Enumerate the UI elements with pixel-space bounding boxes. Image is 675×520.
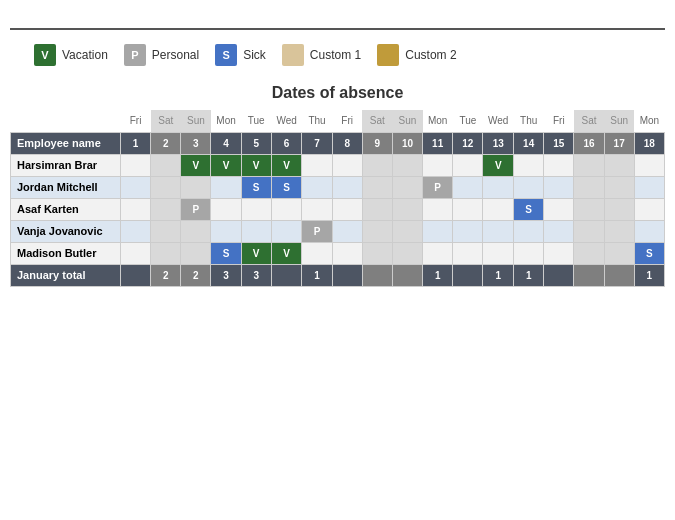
key-item-custom2: Custom 2 (377, 44, 456, 66)
emp-absence-cell-4: S (211, 242, 241, 264)
emp-absence-cell-11 (423, 198, 453, 220)
emp-absence-cell-6 (271, 220, 302, 242)
emp-absence-cell-7 (302, 242, 332, 264)
day-header-wed-12: Wed (483, 110, 514, 132)
day-header-thu-13: Thu (514, 110, 544, 132)
day-header-mon-3: Mon (211, 110, 241, 132)
emp-absence-cell-8 (332, 220, 362, 242)
emp-absence-cell-18 (634, 154, 664, 176)
emp-absence-cell-3 (181, 176, 211, 198)
january-total-label: January total (11, 264, 121, 286)
employee-row: Jordan MitchellSSP (11, 176, 665, 198)
day-header-sat-15: Sat (574, 110, 604, 132)
total-cell-15 (544, 264, 574, 286)
emp-absence-cell-1 (121, 198, 151, 220)
personal-label: Personal (152, 48, 199, 62)
emp-absence-cell-1 (121, 154, 151, 176)
total-cell-8 (332, 264, 362, 286)
day-header-fri-7: Fri (332, 110, 362, 132)
absence-key: V Vacation P Personal S Sick Custom 1 Cu… (10, 40, 665, 70)
emp-absence-cell-4 (211, 198, 241, 220)
schedule-table: FriSatSunMonTueWedThuFriSatSunMonTueWedT… (10, 110, 665, 287)
emp-absence-cell-18 (634, 176, 664, 198)
date-cell-16: 16 (574, 132, 604, 154)
emp-absence-cell-16 (574, 220, 604, 242)
emp-absence-cell-15 (544, 154, 574, 176)
emp-absence-cell-14 (514, 176, 544, 198)
day-header-sun-16: Sun (604, 110, 634, 132)
emp-absence-cell-12 (453, 220, 483, 242)
date-cell-10: 10 (392, 132, 422, 154)
custom2-label: Custom 2 (405, 48, 456, 62)
name-col-header (11, 110, 121, 132)
emp-absence-cell-5: S (241, 176, 271, 198)
emp-absence-cell-18 (634, 198, 664, 220)
total-cell-17 (604, 264, 634, 286)
emp-absence-cell-8 (332, 198, 362, 220)
emp-absence-cell-12 (453, 198, 483, 220)
emp-absence-cell-15 (544, 242, 574, 264)
day-header-sun-9: Sun (392, 110, 422, 132)
emp-absence-cell-4 (211, 220, 241, 242)
date-cell-8: 8 (332, 132, 362, 154)
employee-name-cell: Jordan Mitchell (11, 176, 121, 198)
day-header-sun-2: Sun (181, 110, 211, 132)
page: V Vacation P Personal S Sick Custom 1 Cu… (0, 0, 675, 520)
date-cell-13: 13 (483, 132, 514, 154)
date-cell-3: 3 (181, 132, 211, 154)
emp-absence-cell-12 (453, 154, 483, 176)
emp-absence-cell-1 (121, 220, 151, 242)
employee-name-header: Employee name (11, 132, 121, 154)
date-cell-5: 5 (241, 132, 271, 154)
emp-absence-cell-7 (302, 198, 332, 220)
emp-absence-cell-3 (181, 220, 211, 242)
date-row: Employee name123456789101112131415161718 (11, 132, 665, 154)
total-cell-4: 3 (211, 264, 241, 286)
key-item-personal: P Personal (124, 44, 199, 66)
custom1-badge (282, 44, 304, 66)
emp-absence-cell-17 (604, 220, 634, 242)
date-cell-6: 6 (271, 132, 302, 154)
employee-name-cell: Harsimran Brar (11, 154, 121, 176)
custom2-badge (377, 44, 399, 66)
date-cell-1: 1 (121, 132, 151, 154)
emp-absence-cell-3: P (181, 198, 211, 220)
key-item-custom1: Custom 1 (282, 44, 361, 66)
total-cell-2: 2 (151, 264, 181, 286)
emp-absence-cell-10 (392, 154, 422, 176)
emp-absence-cell-12 (453, 242, 483, 264)
day-header-tue-4: Tue (241, 110, 271, 132)
employee-row: Asaf KartenPS (11, 198, 665, 220)
emp-absence-cell-9 (362, 198, 392, 220)
employee-row: Vanja JovanovicP (11, 220, 665, 242)
emp-absence-cell-2 (151, 242, 181, 264)
date-cell-9: 9 (362, 132, 392, 154)
date-cell-18: 18 (634, 132, 664, 154)
total-cell-5: 3 (241, 264, 271, 286)
january-total-row: January total223311111 (11, 264, 665, 286)
emp-absence-cell-7: P (302, 220, 332, 242)
emp-absence-cell-13 (483, 220, 514, 242)
emp-absence-cell-15 (544, 220, 574, 242)
total-cell-12 (453, 264, 483, 286)
emp-absence-cell-17 (604, 176, 634, 198)
employee-row: Harsimran BrarVVVVV (11, 154, 665, 176)
total-cell-10 (392, 264, 422, 286)
day-header-mon-10: Mon (423, 110, 453, 132)
emp-absence-cell-6: V (271, 154, 302, 176)
emp-absence-cell-4: V (211, 154, 241, 176)
date-cell-7: 7 (302, 132, 332, 154)
emp-absence-cell-10 (392, 198, 422, 220)
key-item-sick: S Sick (215, 44, 266, 66)
vacation-badge: V (34, 44, 56, 66)
day-header-mon-17: Mon (634, 110, 664, 132)
total-cell-1 (121, 264, 151, 286)
emp-absence-cell-2 (151, 220, 181, 242)
employee-row: Madison ButlerSVVS (11, 242, 665, 264)
emp-absence-cell-16 (574, 242, 604, 264)
emp-absence-cell-9 (362, 154, 392, 176)
total-cell-7: 1 (302, 264, 332, 286)
emp-absence-cell-1 (121, 176, 151, 198)
emp-absence-cell-13 (483, 176, 514, 198)
day-header-sat-1: Sat (151, 110, 181, 132)
